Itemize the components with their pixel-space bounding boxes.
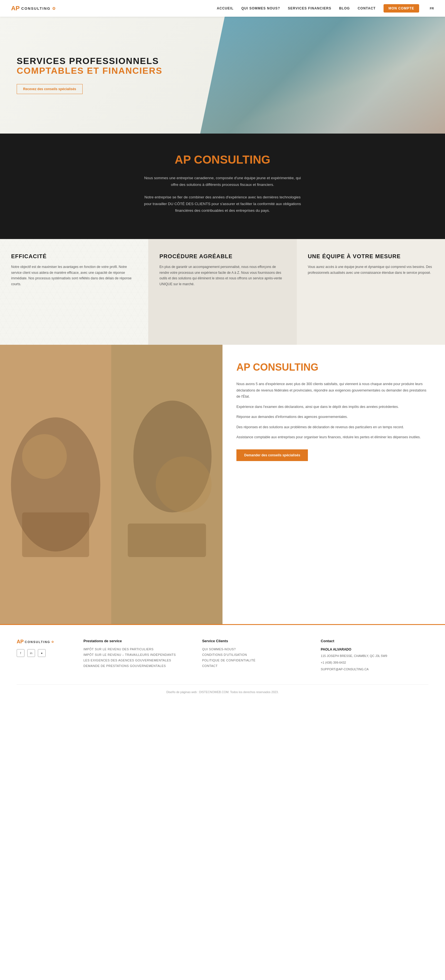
footer-contact: Contact PAOLA ALVARADO 115 JOSEPH BRESSE… <box>321 639 428 673</box>
ap2-text3: Réponse aux demandes d'informations des … <box>237 414 431 420</box>
nav-qui[interactable]: QUI SOMMES NOUS? <box>242 6 280 10</box>
footer-service-link[interactable]: IMPÔT SUR LE REVENU DES PARTICULIERS <box>83 648 191 651</box>
footer-contact-email: SUPPORT@AP-CONSULTING.CA <box>321 667 428 672</box>
footer: AP CONSULTING ✿ f in ● Prestations de se… <box>0 624 445 702</box>
footer-service-link[interactable]: IMPÔT SUR LE REVENU – TRAVAILLEURS INDÉP… <box>83 653 191 656</box>
footer-client-link[interactable]: POLITIQUE DE CONFIDENTIALITÉ <box>202 659 310 662</box>
logo: AP CONSULTING ✿ <box>11 5 56 12</box>
language-selector[interactable]: FR <box>430 7 434 10</box>
mon-compte-button[interactable]: MON COMPTE <box>383 4 420 13</box>
footer-service-link[interactable]: LES EXIGENCES DES AGENCES GOUVERNEMENTAL… <box>83 659 191 662</box>
footer-services-links: IMPÔT SUR LE REVENU DES PARTICULIERSIMPÔ… <box>83 648 191 668</box>
footer-client-link[interactable]: CONTACT <box>202 664 310 668</box>
footer-contact-name: PAOLA ALVARADO <box>321 648 428 651</box>
footer-services: Prestations de service IMPÔT SUR LE REVE… <box>83 639 191 673</box>
footer-clients-title: Service Clients <box>202 639 310 643</box>
ap2-image-2 <box>111 345 222 624</box>
ap-consulting-title: AP CONSULTING <box>11 153 434 166</box>
ap2-text2: Expérience dans l'examen des déclaration… <box>237 404 431 410</box>
feature-efficacite: EFFICACITÉ Notre objectif est de maximis… <box>0 239 148 345</box>
ap2-text5: Assistance comptable aux entreprises pou… <box>237 434 431 441</box>
footer-logo-text: CONSULTING <box>25 640 50 644</box>
ap2-images <box>0 345 222 624</box>
hero-image <box>200 17 445 134</box>
nav-accueil[interactable]: ACCUEIL <box>217 6 234 10</box>
footer-logo-area: AP CONSULTING ✿ f in ● <box>17 639 72 673</box>
ap2-section: AP CONSULTING Nous avons 5 ans d'expérie… <box>0 345 445 624</box>
hero-content: SERVICES PROFESSIONNELS COMPTABLES ET FI… <box>0 40 179 111</box>
footer-client-link[interactable]: QUI SOMMES-NOUS? <box>202 648 310 651</box>
hero-cta-button[interactable]: Recevez des conseils spécialisés <box>17 84 83 94</box>
navbar: AP CONSULTING ✿ ACCUEIL QUI SOMMES NOUS?… <box>0 0 445 17</box>
ap2-image-1 <box>0 345 111 624</box>
feature-3-text: Vous aurez accès à une équipe jeune et d… <box>308 264 434 275</box>
facebook-icon[interactable]: f <box>17 649 24 657</box>
footer-contact-title: Contact <box>321 639 428 643</box>
feature-equipe: UNE ÉQUIPE À VOTRE MESURE Vous aurez acc… <box>297 239 445 345</box>
footer-copyright: Diseño de páginas web : DISTECNOWEB.COM.… <box>166 690 279 694</box>
logo-consulting: CONSULTING <box>21 6 51 11</box>
footer-contact-phone: +1 (438) 399-6432 <box>321 660 428 665</box>
ap2-content: AP CONSULTING Nous avons 5 ans d'expérie… <box>222 345 445 624</box>
feature-2-title: PROCÉDURE AGRÉABLE <box>159 253 285 259</box>
hero-image-overlay <box>200 17 445 134</box>
footer-service-link[interactable]: DEMANDE DE PRESTATIONS GOUVERNEMENTALES <box>83 664 191 668</box>
footer-client-link[interactable]: CONDITIONS D'UTILISATION <box>202 653 310 656</box>
ap2-title: AP CONSULTING <box>237 361 431 373</box>
footer-contact-address: 115 JOSEPH BRESSE, CHAMBLY, QC J3L 5W9 <box>321 654 428 659</box>
logo-leaf: ✿ <box>52 6 56 11</box>
svg-point-6 <box>156 457 211 512</box>
logo-ap: AP <box>11 5 20 12</box>
ap-consulting-section: AP CONSULTING Nous sommes une entreprise… <box>0 134 445 239</box>
footer-services-title: Prestations de service <box>83 639 191 643</box>
nav-services[interactable]: SERVICES FINANCIERS <box>288 6 331 10</box>
hero-section: SERVICES PROFESSIONNELS COMPTABLES ET FI… <box>0 17 445 134</box>
feature-2-text: En plus de garantir un accompagnement pe… <box>159 264 285 287</box>
svg-rect-3 <box>22 512 89 557</box>
footer-logo-leaf: ✿ <box>51 640 54 643</box>
features-section: EFFICACITÉ Notre objectif est de maximis… <box>0 239 445 345</box>
svg-point-2 <box>22 434 67 479</box>
svg-rect-7 <box>128 523 206 557</box>
linkedin-icon[interactable]: in <box>27 649 35 657</box>
ap2-text1: Nous avons 5 ans d'expérience avec plus … <box>237 381 431 400</box>
ap2-text4: Des réponses et des solutions aux problè… <box>237 424 431 430</box>
instagram-icon[interactable]: ● <box>38 649 46 657</box>
hero-title-1: SERVICES PROFESSIONNELS <box>17 56 162 66</box>
hero-title-2: COMPTABLES ET FINANCIERS <box>17 66 162 76</box>
footer-socials: f in ● <box>17 649 72 657</box>
ap-consulting-text1: Nous sommes une entreprise canadienne, c… <box>142 175 303 188</box>
footer-logo-ap: AP <box>17 639 24 645</box>
feature-3-title: UNE ÉQUIPE À VOTRE MESURE <box>308 253 434 259</box>
footer-clients: Service Clients QUI SOMMES-NOUS?CONDITIO… <box>202 639 310 673</box>
nav-blog[interactable]: BLOG <box>339 6 350 10</box>
feature-procedure: PROCÉDURE AGRÉABLE En plus de garantir u… <box>148 239 297 345</box>
footer-clients-links: QUI SOMMES-NOUS?CONDITIONS D'UTILISATION… <box>202 648 310 668</box>
nav-links: ACCUEIL QUI SOMMES NOUS? SERVICES FINANC… <box>217 4 434 13</box>
ap-consulting-text2: Notre entreprise se fier de combiner des… <box>142 194 303 214</box>
footer-bottom: Diseño de páginas web : DISTECNOWEB.COM.… <box>17 684 428 694</box>
footer-top: AP CONSULTING ✿ f in ● Prestations de se… <box>17 639 428 673</box>
nav-contact[interactable]: CONTACT <box>358 6 376 10</box>
footer-logo: AP CONSULTING ✿ <box>17 639 72 645</box>
ap2-cta-button[interactable]: Demander des conseils spécialisés <box>237 449 308 461</box>
